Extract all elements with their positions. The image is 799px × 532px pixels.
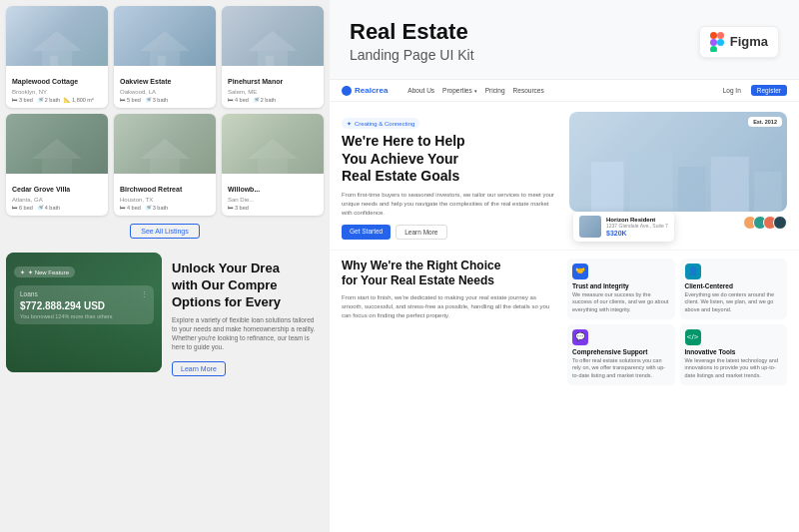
- sqft-feature: 📐 1,800 m²: [64, 97, 94, 103]
- hero-left: ✦ Creating & Connecting We're Here to He…: [342, 112, 559, 240]
- svg-marker-3: [140, 31, 190, 51]
- figma-icon: [710, 32, 724, 52]
- hero-section: ✦ Creating & Connecting We're Here to He…: [330, 102, 799, 250]
- property-image: [222, 6, 324, 66]
- bath-feature: 🚿 2 bath: [37, 97, 60, 103]
- property-card[interactable]: Pinehurst Manor $495K Salem, ME 🛏 4 bed …: [222, 6, 324, 108]
- svg-rect-2: [50, 56, 58, 66]
- left-panel: Maplewood Cottage $350K Brooklyn, NY 🛏 3…: [0, 0, 330, 532]
- learn-more-hero-button[interactable]: Learn More: [396, 225, 446, 240]
- property-image: [114, 6, 216, 66]
- property-name: Willowb...: [228, 186, 260, 193]
- svg-marker-13: [248, 139, 298, 159]
- title-text-block: Real Estate Landing Page UI Kit: [350, 20, 683, 62]
- property-features: 🛏 4 bed 🚿 3 bath: [120, 205, 210, 211]
- preview-navbar: Realcrea About Us Properties ▾ Pricing R…: [330, 80, 799, 102]
- svg-marker-0: [32, 31, 82, 51]
- figma-badge: Figma: [699, 26, 779, 58]
- property-location: Atlanta, GA: [12, 197, 102, 203]
- svg-marker-11: [140, 139, 190, 159]
- nav-actions: Log In Register: [718, 85, 787, 96]
- bed-feature: 🛏 3 bed: [12, 97, 33, 103]
- loan-inner-card: Loans ⋮ $772.888.294 USD You borrowed 12…: [14, 285, 154, 324]
- svg-rect-21: [629, 152, 673, 212]
- bath-feature: 🚿 2 bath: [253, 97, 276, 103]
- property-name: Cedar Grove Villa: [12, 186, 70, 193]
- why-item-desc: We leverage the latest technology and in…: [685, 357, 783, 380]
- svg-rect-15: [710, 32, 717, 39]
- nav-about[interactable]: About Us: [407, 87, 434, 94]
- why-section: Why We're the Right Choicefor Your Real …: [330, 250, 799, 391]
- why-title: Why We're the Right Choicefor Your Real …: [342, 259, 553, 289]
- svg-rect-23: [711, 157, 749, 212]
- property-name: Birchwood Retreat: [120, 186, 182, 193]
- why-item-title: Client-Centered: [685, 282, 783, 289]
- nav-logo: Realcrea: [342, 86, 388, 96]
- bed-feature: 🛏 4 bed: [120, 205, 141, 211]
- listings-grid: Maplewood Cottage $350K Brooklyn, NY 🛏 3…: [0, 0, 330, 222]
- est-badge: Est. 2012: [748, 117, 782, 127]
- property-info: Oakview Estate $750K Oakwood, LA 🛏 5 bed…: [114, 66, 216, 108]
- property-card[interactable]: Maplewood Cottage $350K Brooklyn, NY 🛏 3…: [6, 6, 108, 108]
- trust-icon: 🤝: [572, 264, 588, 279]
- svg-rect-14: [258, 159, 288, 174]
- property-features: 🛏 3 bed 🚿 2 bath 📐 1,800 m²: [12, 97, 102, 103]
- svg-rect-5: [158, 56, 166, 66]
- why-description: From start to finish, we're dedicated to…: [342, 293, 553, 320]
- property-info: Birchwood Retreat $580K Houston, TX 🛏 4 …: [114, 174, 216, 216]
- nav-login-button[interactable]: Log In: [718, 85, 746, 96]
- property-detail-address: 1237 Glendale Ave., Suite 7: [606, 223, 668, 229]
- logo-dot: [342, 86, 352, 96]
- why-item-desc: We measure our success by the success of…: [572, 291, 670, 314]
- property-card[interactable]: Oakview Estate $750K Oakwood, LA 🛏 5 bed…: [114, 6, 216, 108]
- figma-label: Figma: [730, 34, 768, 49]
- bed-feature: 🛏 5 bed: [120, 97, 141, 103]
- property-features: 🛏 3 bed: [228, 205, 318, 211]
- property-location: Houston, TX: [120, 197, 210, 203]
- hero-buttons: Get Started Learn More: [342, 225, 559, 240]
- loan-label: Loans ⋮: [20, 290, 148, 298]
- bed-feature: 🛏 6 bed: [12, 205, 33, 211]
- property-features: 🛏 6 bed 🚿 4 bath: [12, 205, 102, 211]
- see-all-button[interactable]: See All Listings: [130, 224, 199, 239]
- main-container: Maplewood Cottage $350K Brooklyn, NY 🛏 3…: [0, 0, 799, 532]
- bed-feature: 🛏 4 bed: [228, 97, 249, 103]
- bed-feature: 🛏 3 bed: [228, 205, 249, 211]
- property-name: Oakview Estate: [120, 78, 171, 85]
- property-image: [6, 6, 108, 66]
- nav-properties[interactable]: Properties ▾: [442, 87, 477, 94]
- hero-badge: ✦ Creating & Connecting: [342, 118, 419, 129]
- loan-subtitle: You borrowed 124% more than others: [20, 313, 148, 319]
- property-info: Cedar Grove Villa $1,350K Atlanta, GA 🛏 …: [6, 174, 108, 216]
- svg-rect-8: [266, 56, 274, 66]
- support-icon: 💬: [572, 329, 588, 345]
- svg-point-19: [717, 39, 724, 46]
- nav-pricing[interactable]: Pricing: [485, 87, 505, 94]
- why-item-client: 👤 Client-Centered Everything we do cente…: [680, 259, 788, 319]
- get-started-button[interactable]: Get Started: [342, 225, 391, 240]
- why-item-support: 💬 Comprehensive Support To offer real es…: [567, 324, 675, 385]
- property-location: San Die...: [228, 197, 318, 203]
- property-card[interactable]: Willowb... San Die... 🛏 3 bed: [222, 114, 324, 216]
- svg-rect-17: [710, 39, 717, 46]
- svg-rect-10: [42, 159, 72, 174]
- unlock-text-section: Unlock Your Dreawith Our CompreOptions f…: [168, 253, 324, 384]
- why-item-desc: To offer real estate solutions you can r…: [572, 357, 670, 380]
- bath-feature: 🚿 3 bath: [145, 97, 168, 103]
- nav-register-button[interactable]: Register: [751, 85, 787, 96]
- nav-resources[interactable]: Resources: [513, 87, 544, 94]
- logo-text: Realcrea: [355, 86, 388, 95]
- property-image: [222, 114, 324, 174]
- learn-more-button[interactable]: Learn More: [172, 361, 226, 376]
- property-info: Willowb... San Die... 🛏 3 bed: [222, 174, 324, 216]
- loan-card: ✦ ✦ New Feature Loans ⋮ $772.888.294 USD…: [6, 253, 162, 372]
- why-item-tools: </> Innovative Tools We leverage the lat…: [680, 324, 788, 385]
- bath-feature: 🚿 4 bath: [37, 205, 60, 211]
- property-info: Pinehurst Manor $495K Salem, ME 🛏 4 bed …: [222, 66, 324, 108]
- property-features: 🛏 4 bed 🚿 2 bath: [228, 97, 318, 103]
- left-bottom-section: ✦ ✦ New Feature Loans ⋮ $772.888.294 USD…: [0, 245, 330, 392]
- property-card[interactable]: Birchwood Retreat $580K Houston, TX 🛏 4 …: [114, 114, 216, 216]
- svg-rect-18: [710, 46, 717, 52]
- property-card[interactable]: Cedar Grove Villa $1,350K Atlanta, GA 🛏 …: [6, 114, 108, 216]
- why-left: Why We're the Right Choicefor Your Real …: [342, 259, 561, 385]
